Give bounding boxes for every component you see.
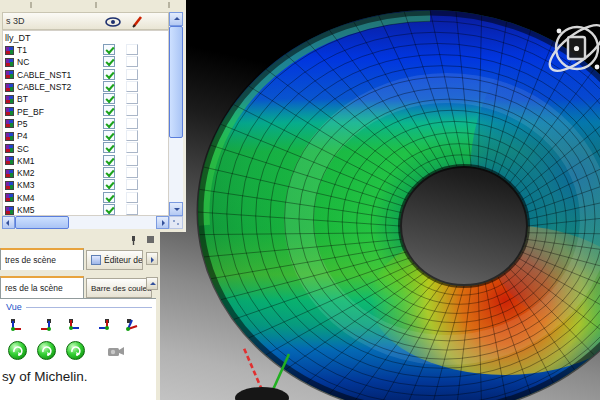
- up-arrow-icon: [150, 282, 156, 285]
- secondary-checkbox[interactable]: [126, 130, 138, 141]
- tab-color-bar[interactable]: Barre des couleurs: [86, 278, 152, 298]
- visibility-checkbox[interactable]: [103, 179, 115, 190]
- scroll-right-button[interactable]: [156, 216, 169, 229]
- tree-item[interactable]: KM1: [3, 155, 168, 167]
- tree-item[interactable]: KM3: [3, 179, 168, 191]
- mesh-part-icon: [5, 181, 14, 190]
- visibility-checkbox[interactable]: [103, 69, 115, 80]
- tree-item-label: CABLE_NST2: [17, 82, 71, 92]
- view-axis-icon-3[interactable]: [66, 316, 83, 333]
- tab-scene-parameters[interactable]: tres de scène: [0, 248, 84, 270]
- visibility-checkbox[interactable]: [103, 130, 115, 141]
- tree-item[interactable]: KM5: [3, 204, 168, 216]
- secondary-checkbox[interactable]: [126, 44, 138, 55]
- view-axis-icon-4[interactable]: [95, 316, 112, 333]
- rotate-view-button-1[interactable]: [8, 341, 27, 360]
- mesh-part-icon: [5, 95, 14, 104]
- visibility-checkbox[interactable]: [103, 118, 115, 129]
- camera-icon[interactable]: [107, 344, 125, 358]
- check-icon: [105, 143, 114, 152]
- tab-row-scene: tres de scène Éditeur de pos: [0, 248, 160, 270]
- visibility-checkbox[interactable]: [103, 56, 115, 67]
- check-icon: [105, 45, 114, 54]
- down-arrow-icon: [174, 208, 180, 211]
- vertical-scroll-thumb[interactable]: [169, 26, 183, 138]
- secondary-checkbox[interactable]: [126, 167, 138, 178]
- left-arrow-icon: [6, 220, 9, 226]
- tab-scroll-up-button[interactable]: [146, 277, 158, 290]
- secondary-checkbox[interactable]: [126, 105, 138, 116]
- secondary-checkbox[interactable]: [126, 192, 138, 203]
- pen-icon[interactable]: [131, 15, 145, 28]
- horizontal-scrollbar[interactable]: [2, 216, 169, 229]
- tree-item-label: KM2: [17, 168, 34, 178]
- hole-edge-shade: [400, 166, 528, 286]
- visibility-checkbox[interactable]: [103, 204, 115, 215]
- visibility-checkbox[interactable]: [103, 81, 115, 92]
- tree-item[interactable]: T1: [3, 44, 168, 56]
- visibility-checkbox[interactable]: [103, 93, 115, 104]
- secondary-checkbox[interactable]: [126, 155, 138, 166]
- visibility-checkbox[interactable]: [103, 155, 115, 166]
- eye-icon[interactable]: [105, 17, 121, 27]
- visibility-checkbox[interactable]: [103, 192, 115, 203]
- toolbar-separator: [30, 2, 32, 8]
- orbit-atom-icon[interactable]: [539, 8, 600, 93]
- tree-item[interactable]: P5: [3, 118, 168, 130]
- up-arrow-icon: [174, 17, 180, 20]
- mesh-part-icon: [5, 119, 14, 128]
- tree-item[interactable]: CABLE_NST1: [3, 69, 168, 81]
- visibility-checkbox[interactable]: [103, 167, 115, 178]
- view-axis-icon-5[interactable]: [124, 316, 141, 333]
- visibility-checkbox[interactable]: [103, 105, 115, 116]
- scroll-left-button[interactable]: [2, 216, 15, 229]
- secondary-checkbox[interactable]: [126, 142, 138, 153]
- secondary-checkbox[interactable]: [126, 81, 138, 92]
- scroll-track[interactable]: [69, 216, 156, 229]
- tab-scene-members[interactable]: res de la scène: [0, 276, 84, 298]
- secondary-checkbox[interactable]: [126, 204, 138, 215]
- rotate-arrow-icon: [38, 342, 55, 359]
- tire-torus-model: [150, 0, 600, 400]
- rotate-view-button-2[interactable]: [37, 341, 56, 360]
- tree-item-label: T1: [17, 45, 27, 55]
- tree-item-label: CABLE_NST1: [17, 70, 71, 80]
- scroll-up-button[interactable]: [169, 12, 183, 26]
- pin-icon[interactable]: [129, 235, 138, 245]
- check-icon: [105, 119, 114, 128]
- check-icon: [105, 180, 114, 189]
- view-axis-icon-1[interactable]: [8, 316, 25, 333]
- visibility-checkbox[interactable]: [103, 142, 115, 153]
- rotate-view-button-3[interactable]: [66, 341, 85, 360]
- tab-post-editor[interactable]: Éditeur de pos: [86, 250, 143, 270]
- tree-item-label: SC: [17, 144, 29, 154]
- secondary-checkbox[interactable]: [126, 69, 138, 80]
- visibility-checkbox[interactable]: [103, 44, 115, 55]
- tab-label: res de la scène: [5, 283, 63, 293]
- tree-item[interactable]: NC: [3, 56, 168, 68]
- tree-item[interactable]: PE_BF: [3, 105, 168, 117]
- scroll-down-button[interactable]: [169, 202, 183, 216]
- tree-item[interactable]: KM2: [3, 167, 168, 179]
- tree-item[interactable]: KM4: [3, 192, 168, 204]
- tree-item[interactable]: SC: [3, 142, 168, 154]
- vertical-scrollbar[interactable]: [169, 12, 183, 216]
- check-icon: [105, 205, 114, 214]
- tree-item-root[interactable]: lly_DT: [3, 31, 168, 44]
- tree-item[interactable]: P4: [3, 130, 168, 142]
- check-icon: [105, 82, 114, 91]
- tab-scroll-right-button[interactable]: [146, 252, 158, 265]
- view-axis-icon-2[interactable]: [37, 316, 54, 333]
- close-icon[interactable]: [147, 236, 154, 243]
- scrollbar-corner-grip[interactable]: [169, 216, 183, 229]
- secondary-checkbox[interactable]: [126, 179, 138, 190]
- model-credit-caption: sy of Michelin.: [2, 369, 88, 384]
- tree-item[interactable]: BT: [3, 93, 168, 105]
- tree-header-title: s 3D: [6, 16, 25, 26]
- horizontal-scroll-thumb[interactable]: [15, 216, 69, 229]
- secondary-checkbox[interactable]: [126, 93, 138, 104]
- secondary-checkbox[interactable]: [126, 118, 138, 129]
- tree-item[interactable]: CABLE_NST2: [3, 81, 168, 93]
- secondary-checkbox[interactable]: [126, 56, 138, 67]
- tree-item-label: KM3: [17, 180, 34, 190]
